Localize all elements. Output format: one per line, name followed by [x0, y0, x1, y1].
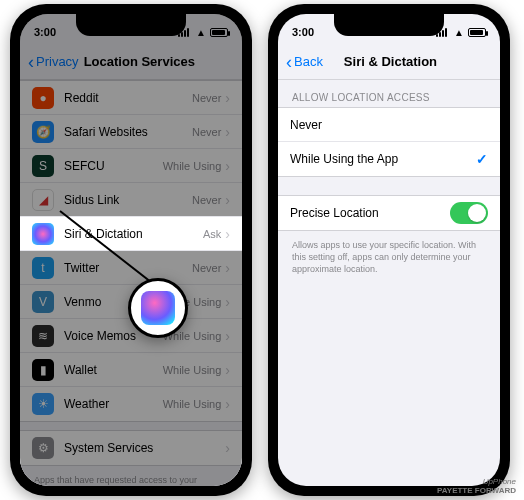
check-icon: ✓	[476, 151, 488, 167]
option-while-using[interactable]: While Using the App ✓	[278, 142, 500, 176]
wifi-icon: ▲	[454, 27, 464, 38]
precise-location-toggle[interactable]	[450, 202, 488, 224]
screen-left: 3:00 ▲ ‹ Privacy Location Services ●Redd…	[20, 14, 242, 486]
precise-footnote: Allows apps to use your specific locatio…	[278, 231, 500, 289]
dim-overlay	[20, 250, 242, 486]
battery-icon	[468, 28, 486, 37]
precise-location-row[interactable]: Precise Location	[278, 196, 500, 230]
screen-right: 3:00 ▲ ‹ Back Siri & Dictation ALLOW LOC…	[278, 14, 500, 486]
list-item-siri[interactable]: Siri & DictationAsk›	[20, 217, 242, 251]
page-title: Siri & Dictation	[289, 54, 492, 69]
notch	[76, 14, 186, 36]
notch	[334, 14, 444, 36]
phone-right: 3:00 ▲ ‹ Back Siri & Dictation ALLOW LOC…	[268, 4, 510, 496]
chevron-right-icon: ›	[225, 226, 230, 242]
section-header: ALLOW LOCATION ACCESS	[278, 80, 500, 107]
option-never[interactable]: Never	[278, 108, 500, 142]
siri-icon	[32, 223, 54, 245]
phone-left: 3:00 ▲ ‹ Privacy Location Services ●Redd…	[10, 4, 252, 496]
siri-callout-bubble	[128, 278, 188, 338]
watermark: UpPhone PAYETTE FORWARD	[437, 478, 516, 496]
siri-icon	[141, 291, 175, 325]
status-time: 3:00	[292, 26, 314, 38]
settings-list: ALLOW LOCATION ACCESS Never While Using …	[278, 80, 500, 289]
dim-overlay	[20, 14, 242, 216]
nav-bar: ‹ Back Siri & Dictation	[278, 44, 500, 80]
